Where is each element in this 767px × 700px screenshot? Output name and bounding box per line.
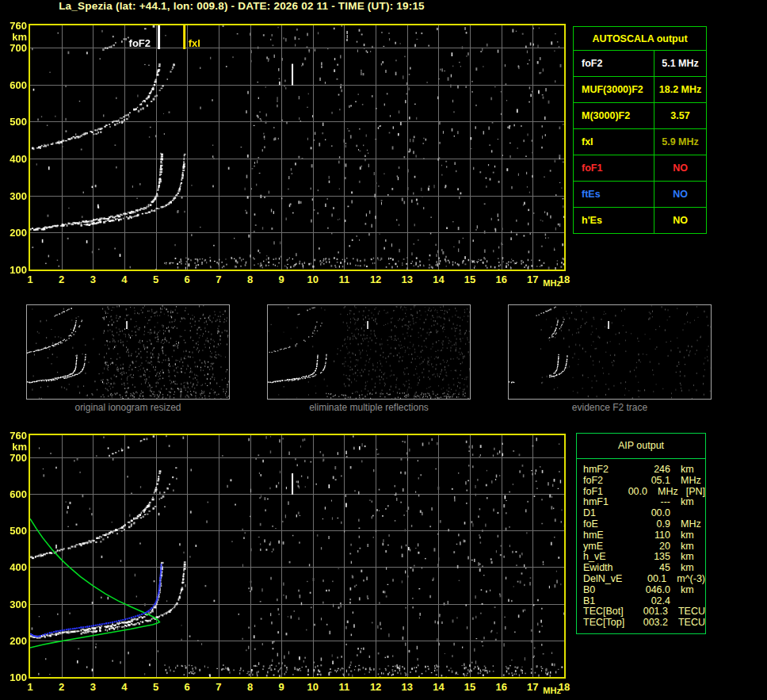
x-axis-tick: 12	[365, 273, 386, 285]
x-axis-tick: 15	[460, 273, 480, 285]
autoscala-row-value: 3.57	[654, 103, 707, 129]
y-axis-tick: 300	[3, 599, 27, 610]
y-axis-tick: 600	[3, 79, 27, 91]
x-axis-tick: 12	[365, 681, 386, 693]
aip-label: TEC[Bot]	[583, 606, 634, 618]
x-axis-tick: 13	[397, 273, 418, 285]
autoscala-row: MUF(3000)F218.2 MHz	[574, 77, 707, 103]
thumbnail-caption: original ionogram resized	[26, 402, 230, 413]
y-axis-tick: 400	[3, 153, 27, 165]
y-axis-tick: 500	[3, 116, 27, 128]
x-axis-tick: 7	[208, 273, 229, 285]
aip-label: B1	[583, 596, 635, 607]
aip-label: hmF2	[583, 465, 635, 476]
x-axis-tick: 16	[491, 273, 512, 285]
aip-row: B0046.0km	[583, 585, 705, 596]
y-axis-tick: 760	[3, 20, 27, 32]
aip-row: foE0.9MHz	[583, 519, 705, 530]
autoscala-row-label: foF1	[574, 155, 654, 182]
x-axis-tick: 7	[208, 681, 229, 693]
thumbnail-caption: eliminate multiple reflections	[267, 402, 471, 413]
aip-unit: MHz	[647, 487, 678, 498]
aip-label: Ewidth	[583, 563, 635, 574]
x-axis-tick: 8	[240, 273, 261, 285]
autoscala-row-value: 18.2 MHz	[654, 77, 707, 103]
aip-value: 003.2	[634, 618, 668, 629]
aip-row: B102.4	[583, 596, 705, 607]
ionogram-canvas-top	[30, 25, 564, 270]
aip-row: foF205.1MHz	[583, 476, 705, 487]
autoscala-row: h'EsNO	[574, 208, 707, 234]
autoscala-row-label: h'Es	[574, 208, 654, 234]
aip-label: foF2	[583, 476, 635, 487]
aip-value: ---	[635, 497, 670, 508]
x-axis-tick: 13	[397, 681, 418, 693]
aip-label: hmE	[583, 530, 635, 541]
aip-unit: km	[670, 465, 694, 476]
aip-label: foE	[583, 519, 635, 530]
x-axis-tick: 1	[20, 681, 40, 693]
y-axis-unit-label: km	[3, 31, 27, 43]
y-axis-tick: 700	[3, 452, 27, 464]
page-title: La_Spezia (lat: +44.1, lon: 009.8) - DAT…	[0, 0, 483, 12]
aip-unit: km	[670, 552, 694, 563]
x-axis-tick: 3	[82, 273, 103, 285]
y-axis-tick: 200	[3, 227, 27, 239]
aip-value: 05.1	[635, 476, 670, 487]
autoscala-row-value: NO	[654, 182, 707, 208]
aip-unit: km	[670, 541, 694, 553]
y-axis-tick: 300	[3, 190, 27, 202]
aip-label: DelN_vE	[583, 574, 633, 585]
autoscala-row-value: NO	[654, 208, 707, 234]
x-axis-tick: 4	[114, 273, 135, 285]
aip-unit: MHz	[670, 476, 701, 487]
aip-value: 001.3	[634, 606, 668, 618]
autoscala-row: foF25.1 MHz	[574, 51, 707, 77]
autoscala-header: AUTOSCALA output	[574, 27, 707, 51]
x-axis-tick: 9	[271, 273, 292, 285]
y-axis-tick: 200	[3, 635, 27, 647]
x-axis-tick: 11	[334, 681, 354, 693]
x-axis-tick: 5	[146, 273, 166, 285]
y-axis-tick: 760	[3, 430, 27, 442]
autoscala-row-value: 5.9 MHz	[654, 129, 707, 155]
autoscala-row-label: MUF(3000)F2	[574, 77, 654, 103]
x-axis-unit-label: MHz	[543, 686, 561, 695]
x-axis-unit-label: MHz	[543, 278, 561, 288]
x-axis-tick: 6	[177, 681, 197, 693]
aip-unit: TECU	[668, 618, 705, 629]
aip-unit: TECU	[668, 606, 705, 618]
autoscala-row-label: fxI	[574, 129, 654, 155]
x-axis-tick: 10	[303, 681, 323, 693]
x-axis-tick: 14	[428, 681, 448, 693]
thumbnail-eliminate-reflections	[267, 304, 471, 400]
x-axis-tick: 16	[491, 681, 512, 693]
aip-row: hmF2246km	[583, 465, 705, 476]
aip-row: h_vE135km	[583, 552, 705, 563]
aip-value: 00.0	[622, 487, 647, 498]
autoscala-row-label: ftEs	[574, 182, 654, 208]
x-axis-tick: 4	[114, 681, 135, 693]
aip-value: 135	[635, 552, 670, 563]
autoscala-row: M(3000)F23.57	[574, 103, 707, 129]
aip-row: DelN_vE00.1m^(-3)	[583, 574, 705, 585]
x-axis-tick: 3	[82, 681, 103, 693]
y-axis-tick: 400	[3, 561, 27, 573]
x-axis-tick: 15	[460, 681, 480, 693]
y-axis-tick: 700	[3, 42, 27, 54]
aip-label: foF1	[583, 487, 622, 498]
autoscala-row-value: 5.1 MHz	[654, 51, 707, 77]
aip-row: ymE20km	[583, 541, 705, 553]
aip-row: TEC[Top]003.2TECU	[583, 618, 705, 629]
fof2-marker-label: foF2	[129, 37, 151, 49]
aip-unit	[670, 596, 681, 607]
aip-row: foF100.0MHz[PN]	[583, 487, 705, 498]
aip-value: 246	[635, 465, 670, 476]
x-axis-tick: 17	[522, 273, 543, 285]
x-axis-tick: 14	[428, 273, 448, 285]
autoscala-row: foF1NO	[574, 155, 707, 182]
aip-unit: MHz	[670, 519, 701, 530]
x-axis-tick: 9	[271, 681, 292, 693]
aip-unit: m^(-3)	[666, 574, 705, 585]
aip-unit: km	[670, 530, 694, 541]
